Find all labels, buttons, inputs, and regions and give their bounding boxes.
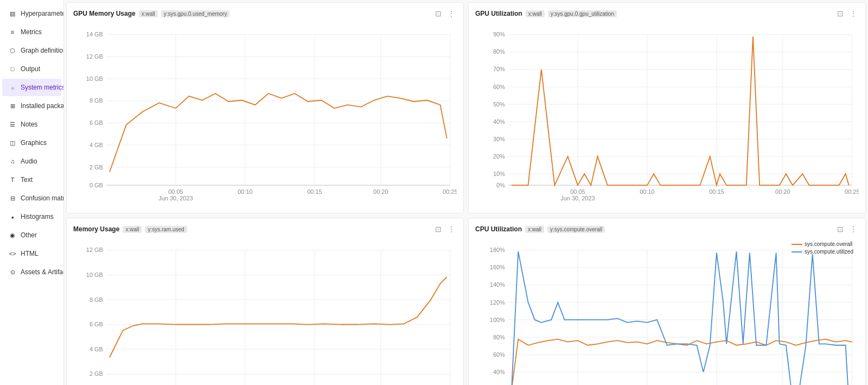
svg-text:6 GB: 6 GB xyxy=(90,321,103,327)
sidebar-item-notes[interactable]: ☰Notes xyxy=(2,116,61,133)
memory-usage-chart: Memory Usage x:wall y:sys.ram.used ⊡ ⋮ 1… xyxy=(66,218,464,385)
sidebar-label-hyperparameters: Hyperparameters xyxy=(21,10,64,17)
legend-color-overall xyxy=(792,244,802,245)
svg-text:10%: 10% xyxy=(493,171,505,177)
svg-text:10 GB: 10 GB xyxy=(86,75,103,82)
sidebar-label-html: HTML xyxy=(21,250,39,257)
sidebar-label-text: Text xyxy=(21,176,33,184)
memory-tag-x: x:wall xyxy=(123,226,142,233)
gpu-memory-tag-y: y:sys.gpu.0.used_memory xyxy=(161,10,230,17)
svg-text:0%: 0% xyxy=(496,182,505,188)
svg-text:12 GB: 12 GB xyxy=(86,53,103,60)
cpu-tag-x: x:wall xyxy=(525,226,544,233)
sidebar: ▤Hyperparameters≡Metrics⬡Graph definitio… xyxy=(0,0,64,385)
sidebar-item-installed-packages[interactable]: ⊞Installed packages xyxy=(2,97,61,115)
histogram-icon: ⬥ xyxy=(9,213,16,220)
sidebar-item-assets-artifacts[interactable]: ⊙Assets & Artifacts xyxy=(2,263,61,281)
sidebar-item-audio[interactable]: ♫Audio xyxy=(2,153,61,170)
other-icon: ◉ xyxy=(9,231,16,239)
sidebar-label-audio: Audio xyxy=(21,157,37,165)
sidebar-item-histograms[interactable]: ⬥Histograms xyxy=(2,208,61,225)
sidebar-item-metrics[interactable]: ≡Metrics xyxy=(2,23,61,41)
svg-text:0 GB: 0 GB xyxy=(90,182,103,188)
svg-text:8 GB: 8 GB xyxy=(90,97,103,104)
packages-icon: ⊞ xyxy=(9,102,16,110)
metrics-icon: ≡ xyxy=(9,28,16,36)
sidebar-item-output[interactable]: □Output xyxy=(2,60,61,78)
svg-text:00:25: 00:25 xyxy=(443,188,457,195)
sidebar-item-confusion-matrix[interactable]: ⊟Confusion matrix xyxy=(2,190,61,207)
svg-text:160%: 160% xyxy=(490,264,505,271)
legend-label-overall: sys.compute.overall xyxy=(805,241,852,247)
svg-text:80%: 80% xyxy=(493,334,505,340)
svg-text:6 GB: 6 GB xyxy=(90,119,103,126)
gpu-util-body: 90% 80% 70% 60% 50% 40% 30% 20% 10% 0% 0… xyxy=(475,21,859,209)
svg-text:140%: 140% xyxy=(490,282,505,288)
chart-actions: ⊡ ⋮ xyxy=(433,8,457,19)
svg-text:40%: 40% xyxy=(493,118,505,125)
svg-text:120%: 120% xyxy=(490,299,505,306)
confusion-icon: ⊟ xyxy=(9,194,16,202)
menu-button[interactable]: ⋮ xyxy=(446,8,457,19)
svg-text:Jun 30, 2023: Jun 30, 2023 xyxy=(560,195,595,201)
graph-icon: ⬡ xyxy=(9,47,16,54)
sidebar-label-other: Other xyxy=(21,231,37,239)
svg-text:90%: 90% xyxy=(493,31,505,37)
sidebar-item-graphics[interactable]: ◫Graphics xyxy=(2,134,61,152)
sidebar-label-histograms: Histograms xyxy=(21,213,54,220)
svg-text:40%: 40% xyxy=(493,369,505,375)
sidebar-item-system-metrics[interactable]: ⬦System metrics xyxy=(2,79,61,96)
output-icon: □ xyxy=(9,65,16,73)
svg-text:4 GB: 4 GB xyxy=(90,142,103,148)
sidebar-label-graphics: Graphics xyxy=(21,139,47,147)
sidebar-label-notes: Notes xyxy=(21,121,37,128)
svg-text:8 GB: 8 GB xyxy=(90,296,103,303)
gpu-memory-tag-x: x:wall xyxy=(139,10,158,17)
assets-icon: ⊙ xyxy=(9,268,16,276)
svg-text:00:15: 00:15 xyxy=(307,188,322,195)
sidebar-item-hyperparameters[interactable]: ▤Hyperparameters xyxy=(2,5,61,22)
cpu-legend: sys.compute.overall sys.compute.utilized xyxy=(792,241,853,255)
svg-text:00:05: 00:05 xyxy=(168,188,183,195)
expand-button-4[interactable]: ⊡ xyxy=(835,224,846,235)
svg-text:70%: 70% xyxy=(493,66,505,72)
sidebar-item-graph-definition[interactable]: ⬡Graph definition xyxy=(2,42,61,59)
svg-text:180%: 180% xyxy=(490,247,505,254)
cpu-util-title: CPU Utilization xyxy=(475,225,522,233)
chart-title-area-3: Memory Usage x:wall y:sys.ram.used xyxy=(73,225,187,233)
expand-button[interactable]: ⊡ xyxy=(433,8,444,19)
svg-text:10 GB: 10 GB xyxy=(86,272,103,278)
html-icon: <> xyxy=(9,250,16,257)
chart-header-4: CPU Utilization x:wall y:sys.compute.ove… xyxy=(475,224,859,235)
svg-text:60%: 60% xyxy=(493,83,505,90)
menu-button-4[interactable]: ⋮ xyxy=(848,224,859,235)
menu-button-2[interactable]: ⋮ xyxy=(848,8,859,19)
cpu-util-body: sys.compute.overall sys.compute.utilized xyxy=(475,237,859,385)
svg-text:00:25: 00:25 xyxy=(845,188,859,195)
svg-text:00:10: 00:10 xyxy=(640,188,654,195)
svg-text:00:15: 00:15 xyxy=(709,188,724,195)
expand-button-3[interactable]: ⊡ xyxy=(433,224,444,235)
gpu-util-tag-y: y:sys.gpu.0.gpu_utilization xyxy=(548,10,617,17)
expand-button-2[interactable]: ⊡ xyxy=(835,8,846,19)
bars-icon: ▤ xyxy=(9,10,16,17)
legend-color-utilized xyxy=(792,251,802,253)
chart-title-area-2: GPU Utilization x:wall y:sys.gpu.0.gpu_u… xyxy=(475,10,617,17)
svg-text:00:05: 00:05 xyxy=(570,188,585,195)
legend-item-overall: sys.compute.overall xyxy=(792,241,853,247)
svg-text:12 GB: 12 GB xyxy=(86,247,103,254)
svg-text:80%: 80% xyxy=(493,48,505,55)
chart-actions-3: ⊡ ⋮ xyxy=(433,224,457,235)
menu-button-3[interactable]: ⋮ xyxy=(446,224,457,235)
svg-text:4 GB: 4 GB xyxy=(90,346,103,352)
chart-actions-2: ⊡ ⋮ xyxy=(835,8,859,19)
cpu-util-svg: 180% 160% 140% 120% 100% 80% 60% 40% 20%… xyxy=(475,237,859,385)
svg-text:14 GB: 14 GB xyxy=(86,31,103,37)
legend-item-utilized: sys.compute.utilized xyxy=(792,249,853,255)
sidebar-item-html[interactable]: <>HTML xyxy=(2,245,61,262)
gpu-util-svg: 90% 80% 70% 60% 50% 40% 30% 20% 10% 0% 0… xyxy=(475,21,859,209)
sidebar-item-text[interactable]: TText xyxy=(2,171,61,188)
cpu-tag-y: y:sys.compute.overall xyxy=(547,226,605,233)
graphics-icon: ◫ xyxy=(9,139,16,147)
sidebar-item-other[interactable]: ◉Other xyxy=(2,226,61,244)
